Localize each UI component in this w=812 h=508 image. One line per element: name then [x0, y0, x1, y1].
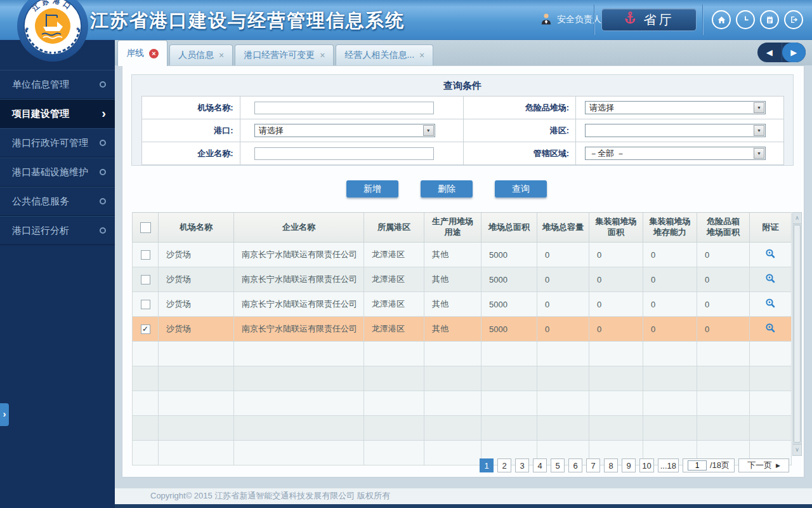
sidebar-item-4[interactable]: 港口基础设施维护: [0, 157, 115, 187]
query-field-label: 机场名称:: [142, 97, 240, 119]
scroll-down-button[interactable]: ∨: [793, 444, 801, 455]
page-button-...18[interactable]: ...18: [658, 458, 679, 472]
table-cell: 0: [697, 267, 750, 292]
user-avatar-icon: [540, 12, 552, 27]
page-button-1[interactable]: 1: [480, 458, 494, 472]
row-checkbox-cell: ✓: [133, 317, 159, 342]
row-checkbox[interactable]: [141, 250, 150, 260]
attachment-cell: [750, 243, 792, 267]
tab-close-icon[interactable]: ×: [320, 51, 325, 60]
home-icon[interactable]: [712, 10, 731, 29]
app-title: 江苏省港口建设与经营管理信息系统: [90, 8, 405, 34]
column-header: 集装箱堆场 面积: [589, 213, 643, 243]
next-page-button[interactable]: 下一页▶: [738, 458, 789, 472]
tab-scroll-left-button[interactable]: ◀: [757, 43, 782, 62]
chevron-down-icon: ▼: [423, 125, 434, 136]
query-field-label: 港口:: [142, 119, 240, 142]
clock-icon[interactable]: [736, 10, 755, 29]
table-cell: 0: [643, 267, 697, 292]
attachment-cell: [750, 292, 792, 317]
row-checkbox[interactable]: [141, 275, 150, 284]
airport-name-input[interactable]: [254, 102, 434, 114]
column-header: 危险品箱 堆场面积: [697, 213, 750, 243]
sidebar-item-3[interactable]: 港口行政许可管理: [0, 128, 115, 157]
admin-region-select[interactable]: －全部 － ▼: [585, 147, 766, 160]
tab-4[interactable]: 经营人相关信息...×: [336, 44, 433, 65]
table-cell: 0: [643, 292, 697, 317]
app-logo: 江苏港口 ★ ★: [16, 0, 89, 62]
table-scrollbar[interactable]: ∧ ∨: [792, 212, 802, 456]
tab-scroll-right-button[interactable]: ▶: [782, 43, 806, 62]
row-checkbox-cell: [133, 243, 159, 267]
tab-close-icon[interactable]: ×: [149, 49, 159, 58]
tab-3[interactable]: 港口经营许可变更×: [235, 44, 334, 65]
table-cell: 0: [589, 243, 643, 267]
magnifier-icon[interactable]: [765, 248, 776, 261]
page-button-7[interactable]: 7: [586, 458, 600, 472]
delete-button[interactable]: 删除: [421, 180, 473, 197]
table-row: ✓沙货场南京长宁水陆联运有限责任公司龙潭港区其他50000000: [133, 317, 792, 342]
table-cell: 南京长宁水陆联运有限责任公司: [234, 243, 364, 267]
page-button-3[interactable]: 3: [515, 458, 529, 472]
page-number-input[interactable]: [688, 460, 707, 471]
page-button-8[interactable]: 8: [604, 458, 618, 472]
row-checkbox[interactable]: [141, 300, 150, 309]
table-cell: 南京长宁水陆联运有限责任公司: [234, 267, 364, 292]
tab-1[interactable]: 岸线×: [117, 40, 167, 66]
port-select[interactable]: 请选择 ▼: [254, 124, 435, 137]
search-button[interactable]: 查询: [495, 180, 547, 197]
sidebar-collapse-handle[interactable]: ›: [0, 403, 9, 426]
query-field-label: 危险品堆场:: [464, 97, 576, 119]
page-button-4[interactable]: 4: [533, 458, 547, 472]
company-name-input[interactable]: [254, 147, 434, 160]
attachment-cell: [750, 317, 792, 342]
table-row: 沙货场南京长宁水陆联运有限责任公司龙潭港区其他50000000: [133, 243, 792, 267]
sidebar-item-5[interactable]: 公共信息服务: [0, 187, 115, 216]
page-button-5[interactable]: 5: [551, 458, 565, 472]
select-all-checkbox[interactable]: [140, 222, 151, 233]
table-cell: 5000: [481, 243, 537, 267]
sidebar-item-label: 港口运行分析: [12, 225, 69, 236]
sidebar-item-2[interactable]: 项目建设管理›: [0, 99, 115, 128]
sidebar-item-1[interactable]: 单位信息管理: [0, 70, 115, 99]
logout-icon[interactable]: [784, 10, 803, 29]
results-table: 机场名称企业名称所属港区生产用堆场 用途堆场总面积堆场总容量集装箱堆场 面积集装…: [132, 212, 792, 465]
page-button-2[interactable]: 2: [497, 458, 511, 472]
page-button-6[interactable]: 6: [568, 458, 582, 472]
magnifier-icon[interactable]: [765, 273, 776, 286]
svg-text:★: ★: [75, 26, 80, 32]
tab-2[interactable]: 人员信息×: [169, 44, 233, 65]
port-area-select[interactable]: ▼: [585, 124, 766, 137]
table-cell: 沙货场: [159, 243, 234, 267]
table-cell: 其他: [424, 317, 481, 342]
column-header: 附证: [750, 213, 792, 243]
sidebar-item-6[interactable]: 港口运行分析: [0, 216, 115, 245]
sidebar: 单位信息管理项目建设管理›港口行政许可管理港口基础设施维护公共信息服务港口运行分…: [0, 39, 115, 508]
notes-icon[interactable]: [760, 10, 779, 29]
row-checkbox[interactable]: ✓: [141, 324, 150, 334]
table-cell: 5000: [481, 317, 537, 342]
org-button[interactable]: 省厅: [601, 8, 697, 31]
table-row-empty: [133, 366, 792, 391]
table-cell: 其他: [424, 292, 481, 317]
scroll-up-button[interactable]: ∧: [793, 213, 801, 224]
tab-close-icon[interactable]: ×: [219, 51, 224, 60]
page-button-9[interactable]: 9: [622, 458, 636, 472]
scrollbar-thumb[interactable]: [794, 225, 801, 443]
table-cell: 0: [589, 317, 643, 342]
tab-close-icon[interactable]: ×: [419, 51, 424, 60]
table-cell: 0: [537, 267, 589, 292]
table-cell: 0: [537, 292, 589, 317]
table-cell: 0: [537, 317, 589, 342]
table-cell: 5000: [481, 292, 537, 317]
table-cell: 龙潭港区: [364, 243, 424, 267]
tab-label: 岸线: [126, 48, 144, 59]
magnifier-icon[interactable]: [765, 323, 776, 335]
add-button[interactable]: 新增: [346, 180, 398, 197]
magnifier-icon[interactable]: [765, 298, 776, 311]
hazardous-yard-select[interactable]: 请选择 ▼: [585, 101, 766, 114]
chevron-down-icon: ▼: [754, 102, 764, 113]
page-button-10[interactable]: 10: [639, 458, 653, 472]
tab-bar: 岸线×人员信息×港口经营许可变更×经营人相关信息...× ◀ ▶: [115, 39, 812, 65]
tab-label: 港口经营许可变更: [244, 50, 315, 61]
